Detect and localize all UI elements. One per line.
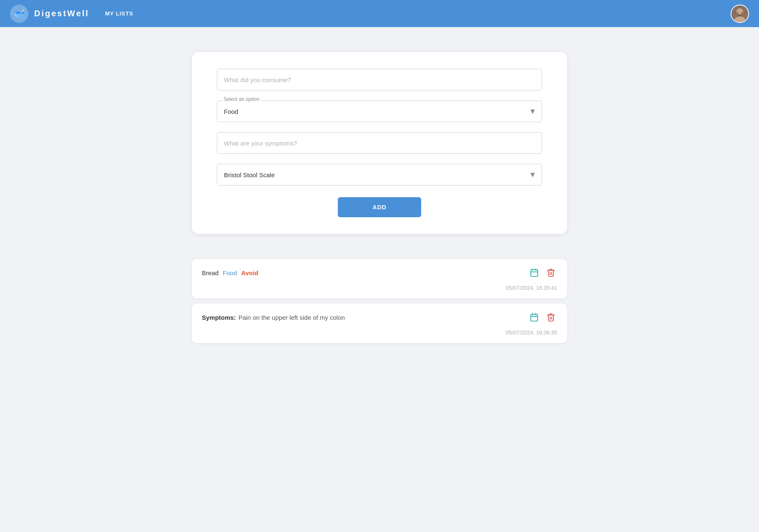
bristol-select[interactable]: Bristol Stool Scale Type 1 Type 2 Type 3…: [217, 164, 542, 186]
tag-category: Food: [223, 269, 237, 276]
svg-point-1: [736, 8, 743, 15]
main-content: Select an option Food Drink Supplement ▼…: [0, 27, 759, 360]
category-select[interactable]: Food Drink Supplement: [217, 100, 542, 122]
svg-rect-6: [531, 270, 538, 277]
card-timestamp: 05/07/2024, 16:35:41: [202, 285, 557, 291]
svg-rect-10: [531, 314, 538, 321]
calendar-icon: [530, 313, 539, 322]
trash-icon: [546, 313, 555, 322]
list-item: Symptoms: Pain on the upper left side of…: [192, 304, 567, 343]
header-left: 🥣 DigestWell MY LISTS: [10, 5, 133, 23]
list-card-symptoms-row: Symptoms: Pain on the upper left side of…: [202, 311, 557, 324]
svg-point-3: [737, 12, 739, 13]
card-timestamp: 05/07/2024, 16:36:35: [202, 329, 557, 336]
card-actions: [528, 311, 557, 324]
consume-input[interactable]: [217, 69, 542, 90]
calendar-icon: [530, 268, 539, 277]
select-label: Select an option: [222, 96, 261, 102]
symptoms-text: Pain on the upper left side of my colon: [239, 314, 345, 321]
symptoms-input[interactable]: [217, 132, 542, 154]
tag-name: Bread: [202, 269, 219, 276]
trash-icon: [546, 268, 555, 277]
list-card-symptoms-left: Symptoms: Pain on the upper left side of…: [202, 314, 345, 321]
avatar[interactable]: [731, 5, 749, 23]
list-card-top: Bread Food Avoid: [202, 266, 557, 279]
calendar-button[interactable]: [528, 266, 540, 279]
calendar-button[interactable]: [528, 311, 540, 324]
add-button[interactable]: ADD: [338, 197, 421, 217]
tag-status: Avoid: [241, 269, 258, 276]
bristol-select-wrapper: Bristol Stool Scale Type 1 Type 2 Type 3…: [217, 164, 542, 186]
symptoms-label: Symptoms:: [202, 314, 236, 321]
app-title: DigestWell: [34, 9, 89, 18]
list-item: Bread Food Avoid: [192, 259, 567, 299]
nav-my-lists[interactable]: MY LISTS: [105, 10, 133, 17]
avatar-image: [731, 5, 749, 23]
app-logo: 🥣: [10, 5, 28, 23]
app-header: 🥣 DigestWell MY LISTS: [0, 0, 759, 27]
form-card: Select an option Food Drink Supplement ▼…: [192, 52, 567, 234]
select-option-wrapper: Select an option Food Drink Supplement ▼: [217, 100, 542, 122]
svg-point-4: [741, 12, 743, 13]
svg-point-5: [737, 14, 742, 17]
delete-button[interactable]: [545, 266, 557, 279]
list-card-tags: Bread Food Avoid: [202, 269, 258, 276]
list-section: Bread Food Avoid: [192, 259, 567, 343]
card-actions: [528, 266, 557, 279]
delete-button[interactable]: [545, 311, 557, 324]
